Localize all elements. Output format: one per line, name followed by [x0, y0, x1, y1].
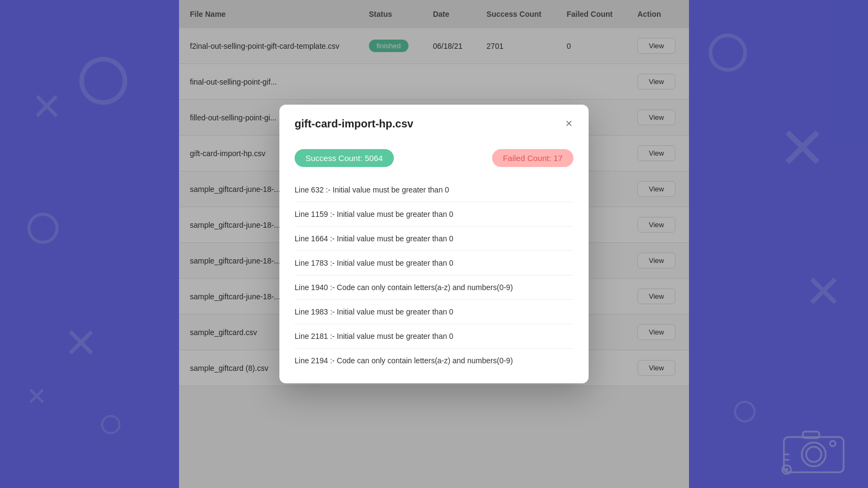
error-item: Line 1664 :- Initial value must be great… — [295, 227, 573, 251]
modal-close-button[interactable]: × — [564, 117, 573, 131]
modal-dialog: gift-card-import-hp.csv × Success Count:… — [279, 105, 589, 383]
error-item: Line 1159 :- Initial value must be great… — [295, 202, 573, 227]
modal-header: gift-card-import-hp.csv × — [279, 105, 589, 140]
modal-title: gift-card-import-hp.csv — [295, 118, 413, 130]
modal-body: Success Count: 5064 Failed Count: 17 Lin… — [279, 140, 589, 383]
error-item: Line 2181 :- Initial value must be great… — [295, 324, 573, 349]
error-item: Line 1940 :- Code can only contain lette… — [295, 275, 573, 300]
error-item: Line 1983 :- Initial value must be great… — [295, 300, 573, 324]
success-count-badge: Success Count: 5064 — [295, 149, 394, 167]
error-list: Line 632 :- Initial value must be greate… — [295, 178, 573, 373]
error-item: Line 2194 :- Code can only contain lette… — [295, 349, 573, 373]
modal-stats: Success Count: 5064 Failed Count: 17 — [295, 149, 573, 167]
error-item: Line 1783 :- Initial value must be great… — [295, 251, 573, 275]
error-item: Line 632 :- Initial value must be greate… — [295, 178, 573, 202]
modal-overlay: gift-card-import-hp.csv × Success Count:… — [0, 0, 868, 488]
failed-count-badge: Failed Count: 17 — [492, 149, 573, 167]
